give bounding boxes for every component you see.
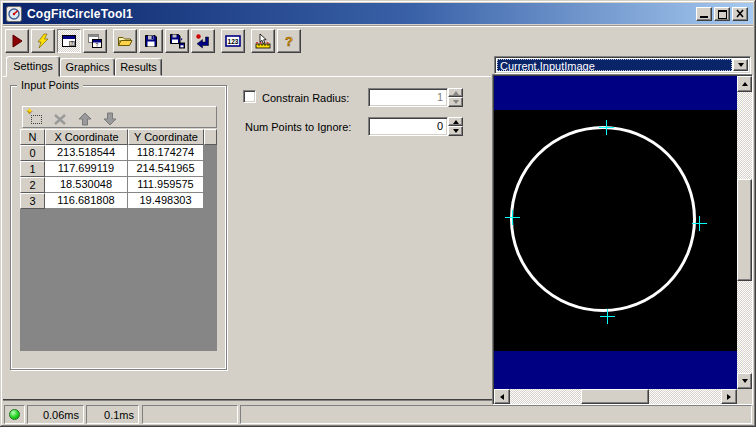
svg-text:?: ? [96, 42, 99, 48]
close-icon [733, 8, 747, 20]
point-marker[interactable] [505, 210, 520, 225]
close-button[interactable] [732, 7, 748, 21]
app-icon [6, 6, 22, 22]
cell-y[interactable]: 214.541965 [128, 161, 204, 177]
input-points-grid: N X Coordinate Y Coordinate 0 213.518544… [20, 129, 217, 351]
title-bar[interactable]: CogFitCircleTool1 [3, 3, 753, 24]
reset-button[interactable] [191, 29, 215, 53]
column-header-y: Y Coordinate [128, 129, 204, 145]
image-selector-combobox[interactable]: Current.InputImage [494, 56, 751, 74]
point-marker[interactable] [600, 309, 615, 324]
input-points-label: Input Points [17, 79, 83, 91]
column-header-x: X Coordinate [45, 129, 128, 145]
play-icon [9, 33, 25, 49]
show-numeric-results-button[interactable]: 123 [221, 29, 245, 53]
panel-bottom-edge [3, 399, 492, 401]
scroll-up-button[interactable] [737, 76, 752, 92]
constrain-radius-label: Constrain Radius: [262, 92, 349, 104]
horizontal-scrollbar[interactable] [494, 389, 737, 404]
add-point-icon [31, 115, 42, 124]
num-points-field[interactable]: 0 [368, 117, 448, 136]
cell-x[interactable]: 213.518544 [45, 145, 128, 161]
scroll-left-button[interactable] [494, 389, 510, 404]
spin-up-icon[interactable] [448, 117, 463, 126]
move-point-up-button[interactable] [77, 109, 95, 126]
constrain-radius-checkbox[interactable] [243, 90, 256, 103]
total-time: 0.1ms [87, 406, 138, 421]
vertical-scrollbar[interactable] [737, 76, 752, 389]
grid-header-row: N X Coordinate Y Coordinate [20, 129, 217, 145]
points-toolbar: ✦ [22, 106, 217, 128]
tab-settings[interactable]: Settings [6, 56, 60, 77]
spin-up-icon [448, 88, 463, 97]
status-message-cell [240, 405, 752, 424]
row-header: 3 [20, 193, 45, 209]
tab-results[interactable]: Results [115, 58, 162, 76]
column-header-filler [204, 129, 217, 145]
minimize-icon [700, 16, 708, 18]
open-button[interactable] [113, 29, 137, 53]
row-header: 0 [20, 145, 45, 161]
point-marker[interactable] [692, 216, 707, 231]
combo-dropdown-button[interactable] [733, 59, 748, 71]
tab-graphics[interactable]: Graphics [60, 58, 115, 76]
arrow-up-icon [77, 111, 93, 127]
floating-window-icon: ? [87, 33, 103, 49]
table-row: 1 117.699119 214.541965 [20, 161, 217, 177]
minimize-button[interactable] [696, 7, 712, 21]
image-display [494, 76, 737, 389]
cell-y[interactable]: 19.498303 [128, 193, 204, 209]
total-time-cell: 0.1ms [86, 405, 139, 424]
window-title: CogFitCircleTool1 [27, 7, 133, 21]
help-icon: ? [281, 33, 297, 49]
save-subset-button[interactable] [165, 29, 189, 53]
tool-window-icon: ? [61, 33, 77, 49]
scroll-down-button[interactable] [737, 373, 752, 389]
cell-y[interactable]: 118.174274 [128, 145, 204, 161]
spin-down-icon[interactable] [448, 126, 463, 136]
status-cell-empty [142, 405, 238, 424]
lightning-icon [35, 33, 51, 49]
toolbar-separator [3, 25, 753, 27]
reset-arrow-icon [195, 33, 211, 49]
maximize-button[interactable] [714, 7, 730, 21]
maximize-icon [718, 10, 727, 19]
interactive-graphics-button[interactable] [251, 29, 275, 53]
numeric-results-icon: 123 [225, 33, 241, 49]
scroll-right-button[interactable] [721, 389, 737, 404]
add-point-button[interactable]: ✦ [27, 109, 45, 126]
cell-x[interactable]: 116.681808 [45, 193, 128, 209]
svg-text:123: 123 [228, 38, 239, 45]
svg-text:?: ? [285, 34, 293, 49]
chevron-down-icon [738, 63, 744, 67]
image-selector-value: Current.InputImage [497, 59, 732, 71]
vertical-scroll-thumb[interactable] [737, 179, 752, 281]
save-button[interactable] [139, 29, 163, 53]
tool-time: 0.06ms [28, 406, 83, 421]
point-marker[interactable] [599, 120, 614, 135]
pointer-ruler-icon [255, 33, 271, 49]
column-header-n: N [20, 129, 45, 145]
row-header: 1 [20, 161, 45, 177]
run-tool-button[interactable] [5, 29, 29, 53]
tab-page-edge [3, 76, 491, 77]
delete-point-button[interactable] [52, 109, 70, 126]
num-points-stepper[interactable] [448, 117, 463, 136]
tool-window: CogFitCircleTool1 ? [0, 0, 756, 427]
show-tool-editor-button[interactable]: ? [57, 29, 81, 53]
tool-time-cell: 0.06ms [27, 405, 84, 424]
open-folder-icon [117, 33, 133, 49]
floppy-copy-icon [169, 33, 185, 49]
cell-x[interactable]: 117.699119 [45, 161, 128, 177]
electric-run-button[interactable] [31, 29, 55, 53]
run-status-cell [4, 405, 25, 424]
horizontal-scroll-thumb[interactable] [581, 389, 649, 404]
help-button[interactable]: ? [277, 29, 301, 53]
float-tool-editor-button[interactable]: ? [83, 29, 107, 53]
num-points-label: Num Points to Ignore: [245, 121, 351, 133]
cell-x[interactable]: 18.530048 [45, 177, 128, 193]
cell-y[interactable]: 111.959575 [128, 177, 204, 193]
move-point-down-button[interactable] [102, 109, 120, 126]
image-top-band [494, 76, 737, 110]
spin-down-icon [448, 97, 463, 107]
